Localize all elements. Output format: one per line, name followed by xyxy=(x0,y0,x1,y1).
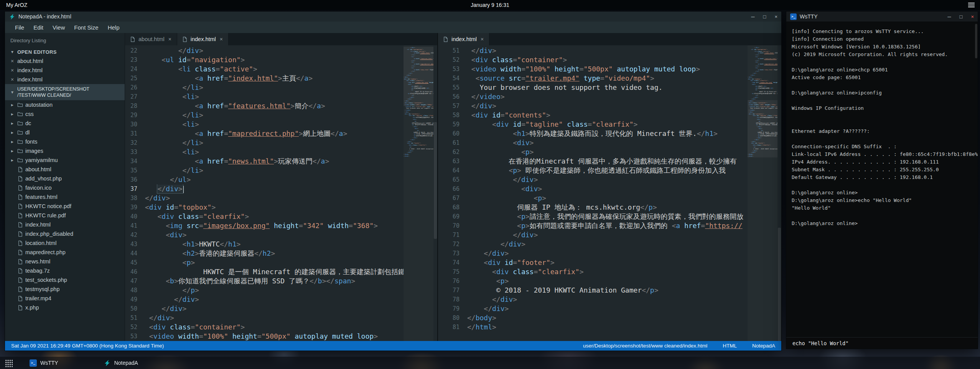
code-line[interactable]: <p> xyxy=(467,276,748,286)
code-line[interactable]: </p> xyxy=(145,286,404,295)
sidebar-folder[interactable]: ▸images xyxy=(5,146,125,156)
code-line[interactable]: <li> xyxy=(145,92,404,101)
code-line[interactable]: <ul id="navigation"> xyxy=(145,55,404,65)
terminal-output[interactable]: [info] Conencting to arozos WsTTY servic… xyxy=(786,22,978,337)
close-icon[interactable]: × xyxy=(971,14,974,19)
scrollbar[interactable] xyxy=(777,45,781,341)
maximize-icon[interactable]: □ xyxy=(763,14,766,19)
code-line[interactable]: </div> xyxy=(467,240,748,249)
code-line[interactable]: <li> xyxy=(145,147,404,157)
hamburger-menu-icon[interactable] xyxy=(968,3,975,7)
code-line[interactable]: </div> xyxy=(145,184,404,194)
code-line[interactable]: <a href="news.html">玩家傳送門</a> xyxy=(145,157,404,166)
code-line[interactable]: <p> xyxy=(467,147,748,157)
code-line[interactable]: <p> 即使你不是建築師，你也能透過紅石師或鐵路工程師的身份加入我 xyxy=(467,166,748,175)
open-editor-item[interactable]: ×index.html xyxy=(5,66,125,75)
code-line[interactable]: <div> xyxy=(467,138,748,147)
code-line[interactable]: </div> xyxy=(467,249,748,258)
close-icon[interactable]: × xyxy=(10,76,15,83)
editor-pane-right[interactable]: 5152535455565758596061626364656667686970… xyxy=(437,45,781,341)
sidebar-folder[interactable]: ▸dl xyxy=(5,128,125,137)
code-line[interactable]: </div> xyxy=(145,46,404,55)
minimize-icon[interactable]: ─ xyxy=(947,14,951,19)
code-line[interactable]: HKWTC 是一個 Minecraft 的建築伺服器，主要建築計劃包括鐵路 xyxy=(145,267,404,276)
code-line[interactable]: 伺服器 IP 地址為： mcs.hkwtc.org</p> xyxy=(467,203,748,212)
code-line[interactable]: Your browser does not support the video … xyxy=(467,83,748,92)
code-line[interactable]: <source src="trailer.mp4" type="video/mp… xyxy=(467,74,748,83)
minimize-icon[interactable]: ─ xyxy=(751,14,754,19)
editor-tab-index.html[interactable]: index.html× xyxy=(438,33,489,45)
editor-tab-about.html[interactable]: about.html× xyxy=(125,33,177,45)
code-line[interactable]: </li> xyxy=(145,83,404,92)
taskbar-item-wstty[interactable]: >_ WsTTY xyxy=(24,357,64,369)
code-line[interactable]: <div id="footer"> xyxy=(467,258,748,267)
sidebar-folder[interactable]: ▸dc xyxy=(5,119,125,128)
code-line[interactable]: </html> xyxy=(467,323,748,332)
sidebar-file[interactable]: about.html xyxy=(5,165,125,174)
status-appname[interactable]: NotepadA xyxy=(752,343,775,349)
sidebar-file[interactable]: index.php_disabled xyxy=(5,229,125,238)
code-line[interactable]: </div> xyxy=(467,230,748,240)
code-line[interactable]: <p>請注意，我們的伺服器為確保玩家及遊玩時的質素，我們對的服務開放 xyxy=(467,212,748,221)
code-line[interactable]: <video width="100%" height="500px" autop… xyxy=(145,332,404,341)
menu-edit[interactable]: Edit xyxy=(33,24,43,31)
code-line[interactable]: </div> xyxy=(145,194,404,203)
code-line[interactable]: <p> xyxy=(467,194,748,203)
status-language[interactable]: HTML xyxy=(723,343,737,349)
code-line[interactable]: 在香港的Minecraft 伺服器中，多為小遊戲和純生存的伺服器，較少擁有 xyxy=(467,157,748,166)
code-line[interactable]: <li class="active"> xyxy=(145,65,404,74)
open-editors-section[interactable]: ▾ OPEN EDITORS xyxy=(5,47,125,56)
close-icon[interactable]: × xyxy=(168,36,172,42)
code-line[interactable]: <p> xyxy=(145,258,404,267)
sidebar-file[interactable]: HKWTC notice.pdf xyxy=(5,202,125,211)
code-line[interactable]: <div id="contents"> xyxy=(467,111,748,120)
open-editor-item[interactable]: ×about.html xyxy=(5,56,125,66)
maximize-icon[interactable]: □ xyxy=(960,14,963,19)
code-line[interactable]: <img src="images/box.png" height="342" w… xyxy=(145,221,404,230)
sidebar-file[interactable]: test_sockets.php xyxy=(5,275,125,285)
code-line[interactable]: </div> xyxy=(467,295,748,304)
code-line[interactable]: </div> xyxy=(467,101,748,111)
code-line[interactable]: </video> xyxy=(467,92,748,101)
sidebar-folder[interactable]: ▸css xyxy=(5,109,125,119)
code-line[interactable]: <li> xyxy=(145,120,404,129)
code-line[interactable]: <a href="features.html">簡介</a> xyxy=(145,101,404,111)
code-editor[interactable]: </div> <ul id="navigation"> <li class="a… xyxy=(143,45,404,341)
sidebar-file[interactable]: testmysql.php xyxy=(5,285,125,294)
scrollbar-thumb[interactable] xyxy=(434,122,437,239)
wstty-titlebar[interactable]: >_ WsTTY ─ □ × xyxy=(786,12,978,22)
code-line[interactable]: </div> xyxy=(467,304,748,313)
start-menu-icon[interactable] xyxy=(5,359,13,367)
notepada-titlebar[interactable]: NotepadA - index.html ─ □ × xyxy=(5,12,781,22)
open-editor-item[interactable]: ×index.html xyxy=(5,75,125,84)
code-line[interactable]: </li> xyxy=(145,166,404,175)
sidebar-file[interactable]: favicon.ico xyxy=(5,183,125,192)
close-icon[interactable]: × xyxy=(10,58,15,64)
close-icon[interactable]: × xyxy=(480,36,484,42)
code-line[interactable]: <div class="container"> xyxy=(145,323,404,332)
sidebar-file[interactable]: teabag.7z xyxy=(5,266,125,275)
code-line[interactable]: </li> xyxy=(145,111,404,120)
close-icon[interactable]: × xyxy=(219,36,224,42)
sidebar-file[interactable]: trailer.mp4 xyxy=(5,294,125,303)
code-line[interactable]: <h1>特別為建築及鐵路而設，現代化的 Minecraft 世界.</h1> xyxy=(467,129,748,138)
code-line[interactable]: <div id="tagline" class="clearfix"> xyxy=(467,120,748,129)
code-line[interactable]: <div class="container"> xyxy=(467,55,748,65)
code-line[interactable]: </body> xyxy=(467,313,748,323)
menu-view[interactable]: View xyxy=(53,24,65,31)
sidebar-root-folder[interactable]: ▾ USER/DESKTOP/SCREENSHOT /TEST/WWW CLEA… xyxy=(5,84,125,100)
scrollbar-thumb[interactable] xyxy=(778,228,781,341)
sidebar-file[interactable]: location.html xyxy=(5,238,125,248)
code-line[interactable]: <video width="100%" height="500px" autop… xyxy=(467,65,748,74)
editor-tab-index.html[interactable]: index.html× xyxy=(177,33,229,45)
code-line[interactable]: </div> xyxy=(145,295,404,304)
code-line[interactable]: </div> xyxy=(145,313,404,323)
code-line[interactable]: <div> xyxy=(145,230,404,240)
menu-help[interactable]: Help xyxy=(108,24,120,31)
sidebar-file[interactable]: add_vhost.php xyxy=(5,174,125,183)
code-line[interactable]: <a href="mapredirect.php">網上地圖</a> xyxy=(145,129,404,138)
code-line[interactable]: <div class="clearfix"> xyxy=(467,267,748,276)
minimap[interactable]: </div> <ul id="navigation"> <li class="a… xyxy=(404,45,433,341)
menu-file[interactable]: File xyxy=(15,24,24,31)
sidebar-file[interactable]: x.php xyxy=(5,303,125,312)
